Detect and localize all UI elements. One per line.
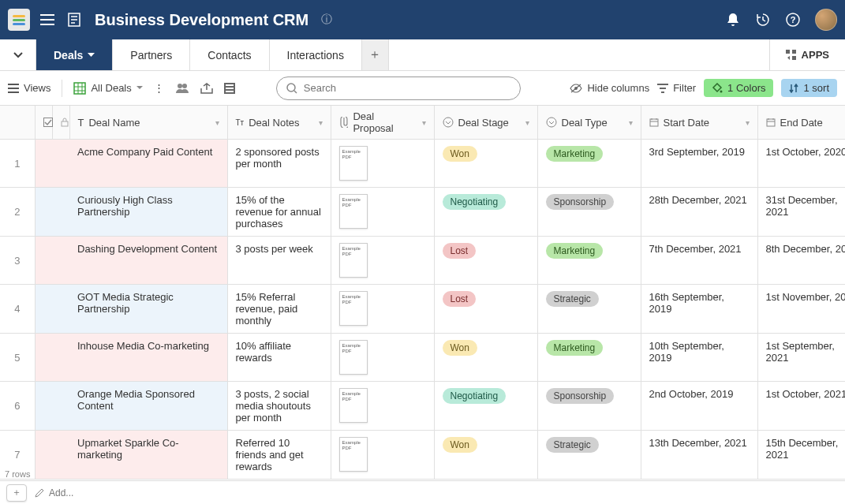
cell-end-date[interactable]: 15th December, 2021 xyxy=(757,431,845,480)
tab-interactions[interactable]: Interactions xyxy=(270,39,362,70)
tab-contacts[interactable]: Contacts xyxy=(190,39,269,70)
cell-deal-type[interactable]: Strategic xyxy=(537,431,641,480)
cell-checkbox[interactable] xyxy=(35,382,52,431)
col-start-date[interactable]: Start Date▾ xyxy=(641,106,757,140)
cell-deal-proposal[interactable]: Example PDF xyxy=(331,188,434,237)
search-input-wrap[interactable] xyxy=(276,77,521,100)
view-more-icon[interactable]: ⋮ xyxy=(152,82,166,94)
pdf-attachment[interactable]: Example PDF xyxy=(339,291,368,326)
tab-deals[interactable]: Deals xyxy=(36,39,113,70)
cell-checkbox[interactable] xyxy=(35,334,52,382)
cell-deal-type[interactable]: Strategic xyxy=(537,285,641,334)
table-row[interactable]: 4 GOT Media Strategic Partnership 15% Re… xyxy=(0,285,845,334)
cell-checkbox[interactable] xyxy=(35,431,52,480)
table-row[interactable]: 3 Dashing Development Content 3 posts pe… xyxy=(0,237,845,285)
cell-deal-stage[interactable]: Won xyxy=(434,431,537,480)
cell-deal-notes[interactable]: 2 sponsored posts per month xyxy=(227,140,331,188)
user-avatar[interactable] xyxy=(815,9,837,31)
cell-deal-stage[interactable]: Lost xyxy=(434,237,537,285)
cell-deal-stage[interactable]: Lost xyxy=(434,285,537,334)
cell-deal-proposal[interactable]: Example PDF xyxy=(331,334,434,382)
cell-deal-stage[interactable]: Won xyxy=(434,140,537,188)
cell-deal-stage[interactable]: Negotiating xyxy=(434,188,537,237)
search-input[interactable] xyxy=(304,82,510,94)
cell-deal-type[interactable]: Sponsorship xyxy=(537,188,641,237)
help-icon[interactable]: ? xyxy=(785,12,801,28)
col-end-date[interactable]: End Date▾ xyxy=(757,106,845,140)
cell-deal-proposal[interactable]: Example PDF xyxy=(331,431,434,480)
col-deal-type[interactable]: Deal Type▾ xyxy=(537,106,641,140)
expand-toggle[interactable] xyxy=(0,39,36,70)
cell-deal-type[interactable]: Marketing xyxy=(537,237,641,285)
add-row-button[interactable]: ＋ xyxy=(6,484,27,502)
row-height-icon[interactable] xyxy=(224,83,235,94)
cell-end-date[interactable]: 31st December, 2021 xyxy=(757,188,845,237)
hide-columns-button[interactable]: Hide columns xyxy=(570,82,649,94)
cell-deal-notes[interactable]: 15% of the revenue for annual purchases xyxy=(227,188,331,237)
add-tab-button[interactable]: ＋ xyxy=(362,39,389,70)
app-logo[interactable] xyxy=(8,9,30,31)
cell-deal-proposal[interactable]: Example PDF xyxy=(331,237,434,285)
colors-button[interactable]: 1 Colors xyxy=(704,79,773,97)
col-deal-stage[interactable]: Deal Stage▾ xyxy=(434,106,537,140)
cell-deal-type[interactable]: Marketing xyxy=(537,334,641,382)
collaborators-icon[interactable] xyxy=(175,83,189,94)
cell-deal-name[interactable]: GOT Media Strategic Partnership xyxy=(69,285,227,334)
col-deal-proposal[interactable]: Deal Proposal▾ xyxy=(331,106,434,140)
sort-button[interactable]: 1 sort xyxy=(781,79,837,97)
cell-end-date[interactable]: 1st October, 2020 xyxy=(757,140,845,188)
cell-end-date[interactable]: 1st September, 2021 xyxy=(757,334,845,382)
view-selector[interactable]: All Deals xyxy=(73,82,142,95)
cell-end-date[interactable]: 1st October, 2021 xyxy=(757,382,845,431)
cell-deal-name[interactable]: Inhouse Media Co-marketing xyxy=(69,334,227,382)
cell-start-date[interactable]: 10th September, 2019 xyxy=(641,334,757,382)
cell-checkbox[interactable] xyxy=(35,188,52,237)
table-row[interactable]: 5 Inhouse Media Co-marketing 10% affilia… xyxy=(0,334,845,382)
cell-deal-notes[interactable]: 3 posts per week xyxy=(227,237,331,285)
cell-deal-name[interactable]: Upmarket Sparkle Co-marketing xyxy=(69,431,227,480)
cell-checkbox[interactable] xyxy=(35,285,52,334)
cell-deal-type[interactable]: Sponsorship xyxy=(537,382,641,431)
apps-button[interactable]: APPS xyxy=(770,39,845,70)
cell-deal-proposal[interactable]: Example PDF xyxy=(331,285,434,334)
cell-deal-stage[interactable]: Won xyxy=(434,334,537,382)
pdf-attachment[interactable]: Example PDF xyxy=(339,243,368,278)
cell-deal-proposal[interactable]: Example PDF xyxy=(331,140,434,188)
add-row-text-button[interactable]: Add... xyxy=(35,487,73,498)
cell-end-date[interactable]: 1st November, 2020 xyxy=(757,285,845,334)
col-deal-name[interactable]: TDeal Name▾ xyxy=(69,106,227,140)
pdf-attachment[interactable]: Example PDF xyxy=(339,146,368,181)
cell-deal-notes[interactable]: Referred 10 friends and get rewards xyxy=(227,431,331,480)
pdf-attachment[interactable]: Example PDF xyxy=(339,340,368,375)
info-icon[interactable]: ⓘ xyxy=(321,13,332,27)
cell-end-date[interactable]: 8th December, 2021 xyxy=(757,237,845,285)
table-row[interactable]: 6 Orange Media Sponsored Content 3 posts… xyxy=(0,382,845,431)
checkbox-header[interactable] xyxy=(35,106,52,140)
cell-start-date[interactable]: 13th December, 2021 xyxy=(641,431,757,480)
cell-deal-stage[interactable]: Negotiating xyxy=(434,382,537,431)
cell-start-date[interactable]: 2nd October, 2019 xyxy=(641,382,757,431)
cell-start-date[interactable]: 7th December, 2021 xyxy=(641,237,757,285)
cell-start-date[interactable]: 3rd September, 2019 xyxy=(641,140,757,188)
table-row[interactable]: 2 Curiously High Class Partnership 15% o… xyxy=(0,188,845,237)
table-row[interactable]: 7 Upmarket Sparkle Co-marketing Referred… xyxy=(0,431,845,480)
cell-start-date[interactable]: 28th December, 2021 xyxy=(641,188,757,237)
history-icon[interactable] xyxy=(755,12,771,28)
document-icon[interactable] xyxy=(65,10,84,29)
cell-deal-notes[interactable]: 10% affiliate rewards xyxy=(227,334,331,382)
cell-checkbox[interactable] xyxy=(35,237,52,285)
cell-checkbox[interactable] xyxy=(35,140,52,188)
cell-deal-name[interactable]: Orange Media Sponsored Content xyxy=(69,382,227,431)
cell-deal-name[interactable]: Curiously High Class Partnership xyxy=(69,188,227,237)
cell-deal-name[interactable]: Acme Company Paid Content xyxy=(69,140,227,188)
tab-partners[interactable]: Partners xyxy=(113,39,190,70)
col-deal-notes[interactable]: TтDeal Notes▾ xyxy=(227,106,331,140)
cell-deal-name[interactable]: Dashing Development Content xyxy=(69,237,227,285)
hamburger-icon[interactable] xyxy=(38,10,57,29)
cell-deal-notes[interactable]: 3 posts, 2 social media shoutouts per mo… xyxy=(227,382,331,431)
filter-button[interactable]: Filter xyxy=(657,82,696,94)
pdf-attachment[interactable]: Example PDF xyxy=(339,388,368,423)
share-icon[interactable] xyxy=(200,83,213,94)
views-button[interactable]: Views xyxy=(8,82,50,94)
table-row[interactable]: 1 Acme Company Paid Content 2 sponsored … xyxy=(0,140,845,188)
